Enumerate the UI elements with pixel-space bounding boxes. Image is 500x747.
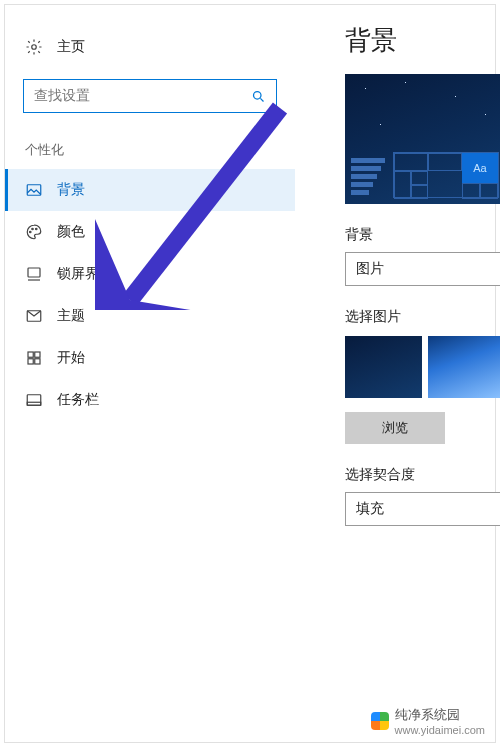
window-frame: 主页 查找设置 个性化 背景 颜色 (4, 4, 496, 743)
start-icon (25, 349, 43, 367)
background-preview: Aa (345, 74, 500, 204)
watermark-brand: 纯净系统园 (395, 706, 485, 724)
svg-rect-10 (28, 359, 33, 364)
fit-value: 填充 (356, 500, 384, 518)
svg-point-4 (32, 228, 34, 230)
settings-sidebar: 主页 查找设置 个性化 背景 颜色 (5, 5, 295, 421)
nav-label: 锁屏界面 (57, 265, 113, 283)
nav-label: 开始 (57, 349, 85, 367)
search-placeholder: 查找设置 (34, 87, 251, 105)
nav-label: 背景 (57, 181, 85, 199)
svg-rect-9 (35, 352, 40, 357)
main-content: 背景 Aa 背景 图片 (345, 23, 500, 526)
watermark: 纯净系统园 www.yidaimei.com (371, 706, 485, 736)
nav-item-start[interactable]: 开始 (5, 337, 295, 379)
svg-rect-12 (27, 395, 41, 406)
nav-item-colors[interactable]: 颜色 (5, 211, 295, 253)
svg-rect-8 (28, 352, 33, 357)
search-icon (251, 89, 266, 104)
svg-rect-6 (28, 268, 40, 277)
svg-point-0 (32, 45, 37, 50)
preview-aa-tile: Aa (462, 153, 498, 183)
watermark-url: www.yidaimei.com (395, 724, 485, 736)
svg-rect-2 (27, 185, 41, 196)
fit-dropdown[interactable]: 填充 (345, 492, 500, 526)
fit-label: 选择契合度 (345, 466, 500, 484)
picture-thumb-2[interactable] (428, 336, 500, 398)
picture-icon (25, 181, 43, 199)
nav-label: 颜色 (57, 223, 85, 241)
nav-item-taskbar[interactable]: 任务栏 (5, 379, 295, 421)
picture-thumbnails (345, 336, 500, 398)
nav-list: 背景 颜色 锁屏界面 主题 (5, 169, 295, 421)
bg-mode-dropdown[interactable]: 图片 (345, 252, 500, 286)
search-input[interactable]: 查找设置 (23, 79, 277, 113)
bg-mode-label: 背景 (345, 226, 500, 244)
home-label: 主页 (57, 38, 85, 56)
nav-label: 主题 (57, 307, 85, 325)
lockscreen-icon (25, 265, 43, 283)
svg-point-3 (30, 231, 32, 233)
bg-mode-value: 图片 (356, 260, 384, 278)
browse-label: 浏览 (382, 419, 408, 437)
nav-label: 任务栏 (57, 391, 99, 409)
svg-point-1 (254, 91, 262, 99)
choose-picture-label: 选择图片 (345, 308, 500, 326)
palette-icon (25, 223, 43, 241)
nav-item-lockscreen[interactable]: 锁屏界面 (5, 253, 295, 295)
theme-icon (25, 307, 43, 325)
nav-item-themes[interactable]: 主题 (5, 295, 295, 337)
svg-point-5 (36, 228, 38, 230)
svg-rect-13 (27, 402, 41, 405)
svg-rect-11 (35, 359, 40, 364)
page-title: 背景 (345, 23, 500, 58)
nav-item-background[interactable]: 背景 (5, 169, 295, 211)
home-link[interactable]: 主页 (5, 33, 295, 61)
taskbar-icon (25, 391, 43, 409)
watermark-logo-icon (371, 712, 389, 730)
gear-icon (25, 38, 43, 56)
section-label: 个性化 (25, 141, 295, 159)
browse-button[interactable]: 浏览 (345, 412, 445, 444)
picture-thumb-1[interactable] (345, 336, 422, 398)
